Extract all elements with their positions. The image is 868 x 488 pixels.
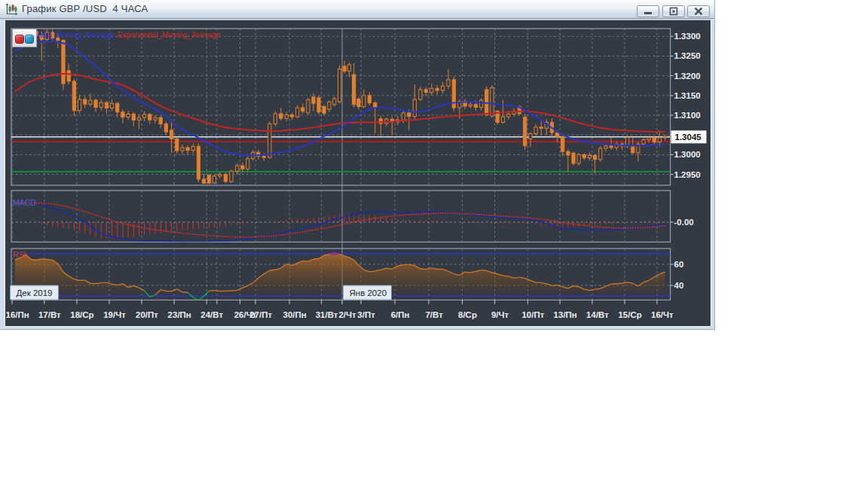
- minimize-button[interactable]: [637, 5, 659, 17]
- time-axis-label: 2/Чт: [338, 310, 356, 319]
- price-axis-label: 1.3150: [674, 91, 701, 100]
- period-label: Дек 2019: [17, 288, 53, 297]
- close-button[interactable]: [687, 5, 710, 17]
- rsi-axis-label: 60: [674, 260, 684, 269]
- candlestick-chart-icon: [5, 3, 18, 16]
- price-axis-label: 1.2950: [674, 170, 701, 179]
- rsi-axis-label: 40: [674, 281, 684, 290]
- red-square-button[interactable]: [15, 35, 24, 44]
- price-axis-label: 1.3000: [674, 150, 701, 159]
- time-axis-label: 10/Пт: [521, 310, 544, 319]
- time-axis-label: 8/Ср: [458, 310, 477, 319]
- restore-icon: [663, 6, 684, 17]
- chart-client-area[interactable]: 1.33001.32501.32001.31501.31001.30001.29…: [5, 20, 711, 327]
- time-axis-label: 6/Пн: [391, 310, 410, 319]
- window-title: График GBP /USD 4 ЧАСА: [22, 3, 148, 14]
- time-axis-label: 16/Пн: [5, 310, 29, 319]
- close-icon: [688, 6, 709, 17]
- period-label-box: Дек 2019: [11, 285, 59, 300]
- blue-square-button[interactable]: [25, 35, 34, 44]
- macd-label: MACD: [13, 198, 36, 207]
- price-chart: 1.33001.32501.32001.31501.31001.30001.29…: [5, 20, 711, 326]
- time-axis-label: 14/Вт: [586, 310, 609, 319]
- time-axis-label: 24/Вт: [200, 310, 223, 319]
- price-axis-label: 1.3300: [674, 32, 701, 41]
- price-axis-label: 1.3200: [674, 72, 701, 81]
- time-axis-label: 30/Пн: [283, 310, 306, 319]
- time-axis-label: 9/Чт: [491, 310, 509, 319]
- period-label: Янв 2020: [350, 288, 387, 297]
- time-axis-label: 18/Ср: [70, 310, 93, 319]
- time-axis-label: 15/Ср: [618, 310, 641, 319]
- price-axis-label: 1.3100: [674, 111, 701, 120]
- legend-ema-slow: Exponential_Moving_Average: [118, 31, 221, 39]
- time-axis-label: 27/Пт: [249, 310, 272, 319]
- time-axis-label: 7/Вт: [425, 310, 443, 319]
- window-title-bar[interactable]: График GBP /USD 4 ЧАСА: [0, 0, 714, 19]
- minimize-icon: [637, 6, 659, 17]
- rsi-label: RSI: [13, 250, 26, 259]
- time-axis-label: 19/Чт: [103, 310, 126, 319]
- time-axis-label: 17/Вт: [38, 310, 61, 319]
- time-axis-label: 16/Чт: [651, 310, 674, 319]
- macd-panel[interactable]: [11, 191, 671, 242]
- current-price-label: 1.3045: [675, 133, 702, 142]
- time-axis-label: 13/Пн: [554, 310, 577, 319]
- time-axis-label: 23/Пн: [168, 310, 191, 319]
- period-label-box: Янв 2020: [344, 285, 392, 300]
- price-axis-label: 1.3250: [674, 51, 701, 60]
- restore-button[interactable]: [662, 5, 685, 17]
- macd-axis-label: -0.00: [674, 218, 694, 227]
- time-axis-label: 20/Пт: [136, 310, 158, 319]
- indicator-toolbar: [12, 29, 37, 47]
- chart-window: График GBP /USD 4 ЧАСА 1.33001.32501.320…: [0, 0, 715, 330]
- time-axis-label: 3/Пт: [357, 310, 375, 319]
- time-axis-label: 31/Вт: [316, 310, 338, 319]
